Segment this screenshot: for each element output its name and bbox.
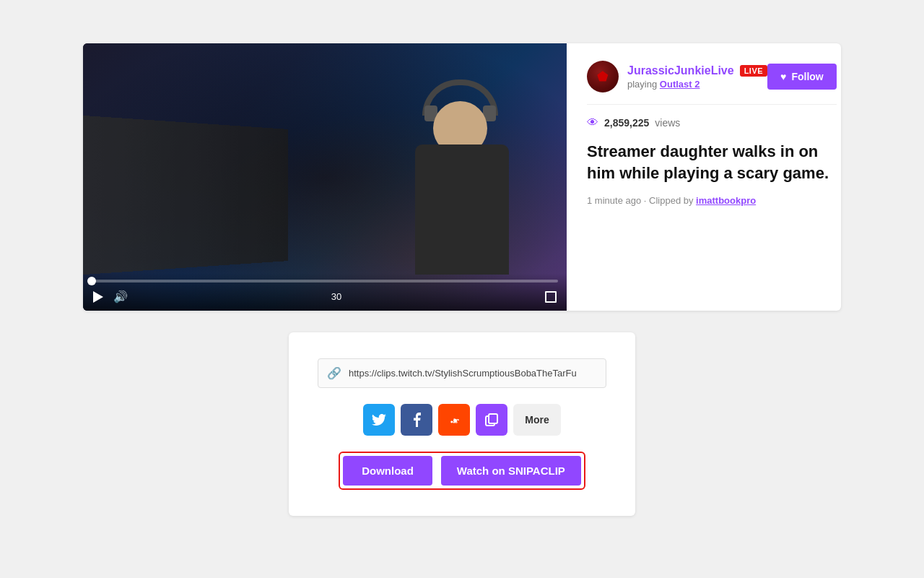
streamer-name-link[interactable]: JurassicJunkieLive — [627, 64, 734, 77]
fullscreen-button[interactable] — [544, 290, 558, 304]
clipboard-icon — [485, 413, 498, 426]
play-button[interactable] — [92, 290, 105, 304]
watch-snipaclip-button[interactable]: Watch on SNIPACLIP — [441, 456, 581, 486]
url-text[interactable]: https://clips.twitch.tv/StylishScrumptio… — [349, 368, 577, 379]
controls-row: 🔊 30 — [92, 288, 558, 305]
link-icon: 🔗 — [327, 366, 341, 380]
streamer-row: ⬟ JurassicJunkieLive LIVE playing Outlas… — [587, 61, 837, 92]
more-label: More — [525, 414, 549, 426]
divider — [587, 104, 837, 105]
download-label: Download — [362, 465, 414, 477]
dot-separator: · — [644, 195, 649, 206]
facebook-icon — [413, 413, 421, 427]
views-suffix: views — [655, 117, 680, 129]
streamer-name-row: JurassicJunkieLive LIVE — [627, 64, 767, 77]
playing-prefix: playing — [627, 79, 657, 90]
top-card: 🔊 30 ⬟ Jur — [83, 43, 841, 311]
video-controls: 🔊 30 — [83, 274, 567, 311]
social-buttons-row: More — [363, 404, 560, 436]
svg-rect-2 — [489, 414, 497, 423]
views-count: 2,859,225 — [604, 117, 649, 129]
time-ago: 1 minute ago — [587, 195, 641, 206]
bridge-visual — [83, 115, 287, 275]
more-button[interactable]: More — [513, 404, 560, 436]
info-panel: ⬟ JurassicJunkieLive LIVE playing Outlas… — [567, 43, 841, 311]
watch-label: Watch on SNIPACLIP — [457, 465, 565, 477]
facebook-button[interactable] — [401, 404, 432, 436]
time-label: 30 — [331, 291, 341, 302]
clip-meta: 1 minute ago · Clipped by imattbookpro — [587, 195, 837, 206]
share-card: 🔗 https://clips.twitch.tv/StylishScrumpt… — [289, 332, 635, 516]
avatar: ⬟ — [587, 61, 619, 92]
reddit-button[interactable] — [438, 404, 470, 436]
clip-title: Streamer daughter walks in on him while … — [587, 141, 837, 184]
action-buttons-row: Download Watch on SNIPACLIP — [339, 452, 585, 490]
clipboard-button[interactable] — [476, 404, 507, 436]
heart-icon: ♥ — [780, 71, 786, 82]
twitter-button[interactable] — [363, 404, 395, 436]
download-button[interactable]: Download — [343, 456, 432, 486]
follow-button[interactable]: ♥ Follow — [767, 64, 837, 90]
clipper-link[interactable]: imattbookpro — [696, 195, 756, 206]
fullscreen-icon — [545, 291, 557, 303]
game-link[interactable]: Outlast 2 — [660, 79, 700, 90]
eye-icon: 👁 — [587, 116, 598, 129]
person-body — [415, 144, 509, 275]
live-badge: LIVE — [740, 65, 767, 77]
video-player: 🔊 30 — [83, 43, 567, 311]
streamer-info: JurassicJunkieLive LIVE playing Outlast … — [627, 64, 767, 90]
playing-text: playing Outlast 2 — [627, 79, 767, 90]
clipped-by-prefix: Clipped by — [649, 195, 693, 206]
volume-button[interactable]: 🔊 — [112, 288, 129, 305]
play-icon — [93, 291, 103, 303]
url-input-row: 🔗 https://clips.twitch.tv/StylishScrumpt… — [318, 358, 606, 388]
page-wrapper: 🔊 30 ⬟ Jur — [0, 0, 924, 545]
views-row: 👁 2,859,225 views — [587, 116, 837, 129]
streamer-left: ⬟ JurassicJunkieLive LIVE playing Outlas… — [587, 61, 767, 92]
follow-label: Follow — [791, 71, 823, 82]
controls-left: 🔊 — [92, 288, 129, 305]
person-silhouette — [379, 87, 523, 275]
volume-icon: 🔊 — [113, 290, 128, 303]
progress-bar[interactable] — [92, 280, 558, 282]
progress-dot — [87, 277, 96, 285]
twitter-icon — [372, 414, 386, 426]
reddit-icon — [446, 413, 462, 427]
